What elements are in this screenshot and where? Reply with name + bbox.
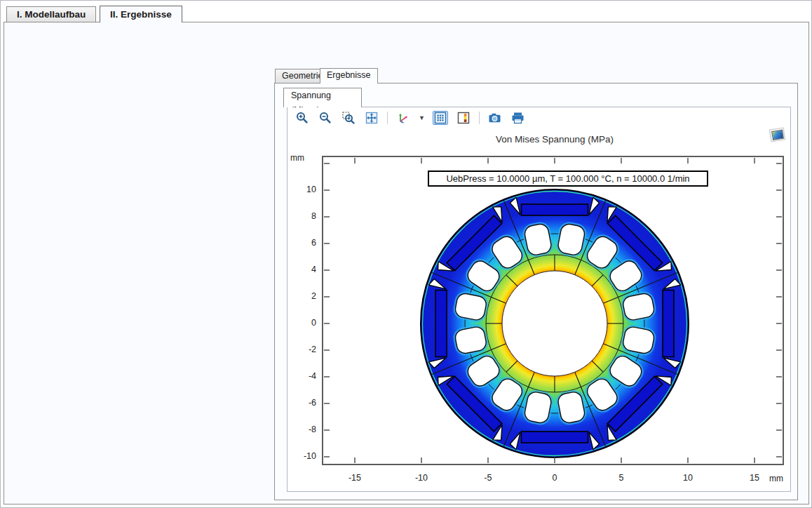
application-window: I. Modellaufbau II. Ergebnisse i Letzte … (0, 0, 812, 508)
y-tick-label: -8 (290, 425, 316, 434)
zoom-in-button[interactable] (295, 111, 310, 125)
plot-title: Von Mises Spannung (MPa) (421, 134, 688, 145)
x-tick-label: 15 (740, 473, 769, 483)
y-tick-label: 8 (290, 211, 316, 221)
y-tick-label: 0 (290, 318, 316, 328)
tab-ergebnisse-plot[interactable]: Ergebnisse (320, 68, 378, 83)
toolbar-separator (387, 112, 388, 124)
grid-toggle-button[interactable] (433, 111, 448, 125)
zoom-box-button[interactable] (341, 111, 356, 125)
zoom-box-icon (342, 112, 355, 124)
zoom-extents-button[interactable] (364, 111, 379, 125)
graphics-toolbar: ▼ (287, 107, 790, 128)
grid-icon (434, 112, 447, 124)
plot-thumbnail-icon[interactable] (769, 127, 786, 142)
plot-axes (322, 156, 784, 465)
print-button[interactable] (510, 111, 526, 125)
camera-icon (488, 112, 501, 124)
axis-orientation-icon (397, 112, 410, 124)
y-tick-label: -2 (290, 345, 316, 354)
y-tick-label: 4 (290, 265, 316, 274)
tab-ergebnisse[interactable]: II. Ergebnisse (100, 6, 182, 22)
x-tick-label: 0 (541, 473, 569, 483)
y-tick-label: 10 (290, 185, 316, 194)
x-tick-label: -10 (407, 473, 435, 483)
view-orientation-button[interactable] (395, 111, 411, 125)
orientation-dropdown-caret[interactable]: ▼ (419, 111, 425, 125)
print-icon (511, 112, 525, 124)
y-tick-label: -10 (290, 451, 316, 461)
x-tick-label: -5 (474, 473, 502, 483)
zoom-out-button[interactable] (318, 111, 333, 125)
x-tick-label: -15 (341, 473, 369, 483)
zoom-out-icon (319, 112, 332, 124)
y-tick-label: 2 (290, 291, 316, 301)
zoom-in-icon (296, 112, 309, 124)
x-tick-label: 10 (674, 473, 702, 483)
color-legend-icon (457, 112, 470, 124)
toolbar-separator (479, 112, 480, 124)
tab-modellaufbau[interactable]: I. Modellaufbau (6, 6, 96, 22)
color-legend-toggle-button[interactable] (456, 111, 471, 125)
y-tick-label: 6 (290, 238, 316, 248)
plot-annotation: UebPress = 10.0000 µm, T = 100.000 °C, n… (428, 171, 708, 187)
zoom-extents-icon (365, 112, 378, 124)
y-tick-label: -4 (290, 371, 316, 381)
y-axis-unit: mm (290, 153, 304, 163)
tab-spannung-mises[interactable]: Spannung (Mises) (283, 88, 362, 107)
x-tick-label: 5 (607, 473, 635, 483)
y-tick-label: -6 (290, 398, 316, 408)
x-axis-unit: mm (769, 474, 783, 483)
snapshot-button[interactable] (487, 111, 503, 125)
